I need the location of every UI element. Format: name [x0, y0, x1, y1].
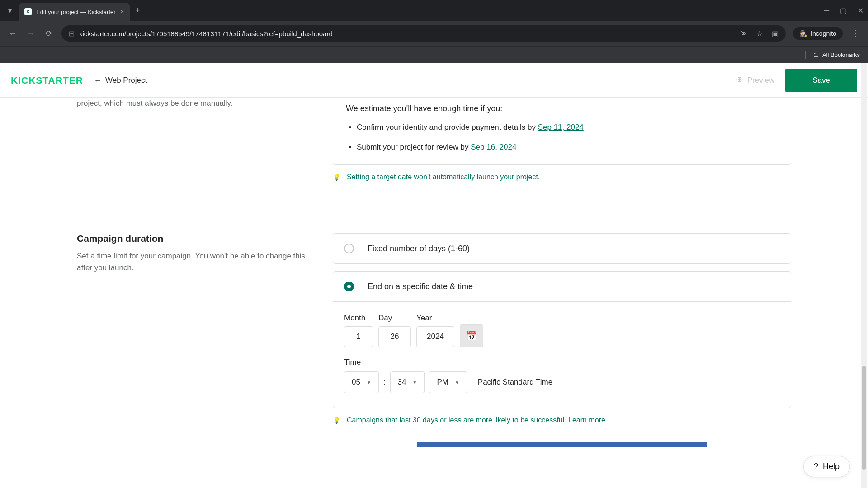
window-controls: ─ ▢ ✕: [824, 6, 863, 15]
estimate-text: Confirm your identity and provide paymen…: [357, 123, 538, 131]
option-specific-header[interactable]: End on a specific date & time: [333, 272, 791, 301]
hour-select[interactable]: 05 ▼: [344, 371, 379, 393]
incognito-icon: 🕵: [799, 30, 807, 37]
option-label: Fixed number of days (1-60): [368, 244, 470, 253]
tip-text: Campaigns that last 30 days or less are …: [347, 416, 568, 424]
divider: [805, 51, 806, 59]
favicon-icon: K: [24, 8, 32, 15]
minimize-icon[interactable]: ─: [824, 6, 829, 15]
project-name: Web Project: [105, 76, 147, 85]
bookmarks-bar: 🗀 All Bookmarks: [0, 46, 868, 63]
scrollbar-track[interactable]: [861, 63, 867, 488]
estimate-text: Submit your project for review by: [357, 143, 471, 151]
url-text: kickstarter.com/projects/1705188549/1748…: [79, 30, 333, 38]
lightbulb-icon: 💡: [333, 417, 340, 424]
tab-search-icon[interactable]: ▾: [5, 5, 15, 16]
save-button[interactable]: Save: [785, 69, 857, 92]
browser-tab-bar: ▾ K Edit your project — Kickstarter × + …: [0, 0, 868, 21]
estimate-title: We estimate you'll have enough time if y…: [346, 104, 778, 113]
forward-icon: →: [25, 29, 36, 38]
deadline-link[interactable]: Sep 11, 2024: [538, 123, 584, 131]
duration-description: Set a time limit for your campaign. You …: [77, 250, 307, 274]
learn-more-link[interactable]: Learn more...: [568, 416, 611, 424]
address-bar[interactable]: ⊟ kickstarter.com/projects/1705188549/17…: [61, 25, 786, 42]
calendar-button[interactable]: 📅: [460, 324, 483, 347]
scrollbar-thumb[interactable]: [862, 366, 866, 470]
time-colon: :: [383, 378, 386, 387]
chevron-down-icon: ▼: [412, 380, 417, 385]
site-info-icon[interactable]: ⊟: [69, 29, 75, 38]
close-tab-icon[interactable]: ×: [120, 8, 124, 16]
section-divider: [0, 206, 868, 206]
day-input[interactable]: [378, 326, 411, 347]
folder-icon: 🗀: [813, 52, 819, 58]
estimate-item: Confirm your identity and provide paymen…: [357, 122, 778, 133]
back-icon[interactable]: ←: [7, 29, 18, 38]
app-header: KICKSTARTER ← Web Project 👁 Preview Save: [0, 63, 868, 98]
option-fixed-days[interactable]: Fixed number of days (1-60): [333, 233, 791, 264]
page-content: project, which must always be done manua…: [0, 98, 868, 488]
estimate-item: Submit your project for review by Sep 16…: [357, 141, 778, 153]
incognito-label: Incognito: [811, 30, 836, 37]
back-to-project-link[interactable]: ← Web Project: [94, 76, 147, 85]
timezone-label: Pacific Standard Time: [478, 378, 552, 387]
all-bookmarks-label: All Bookmarks: [822, 52, 860, 58]
minute-select[interactable]: 34 ▼: [390, 371, 425, 393]
help-icon: ?: [814, 462, 818, 471]
year-input[interactable]: [416, 326, 454, 347]
help-button[interactable]: ? Help: [803, 456, 850, 477]
tip-text: Setting a target date won't automaticall…: [347, 173, 540, 181]
chevron-down-icon: ▼: [367, 380, 371, 385]
time-label: Time: [344, 358, 780, 367]
estimate-box: We estimate you'll have enough time if y…: [333, 98, 791, 165]
browser-tab[interactable]: K Edit your project — Kickstarter ×: [19, 3, 130, 21]
hour-value: 05: [352, 378, 360, 387]
chevron-down-icon: ▼: [455, 380, 459, 385]
launch-description-fragment: project, which must always be done manua…: [77, 98, 307, 109]
preview-link[interactable]: 👁 Preview: [736, 76, 774, 85]
progress-bar: [417, 442, 707, 447]
option-label: End on a specific date & time: [368, 282, 473, 291]
close-window-icon[interactable]: ✕: [858, 6, 863, 15]
calendar-icon: 📅: [466, 330, 477, 341]
duration-title: Campaign duration: [77, 233, 307, 244]
month-input[interactable]: [344, 326, 373, 347]
incognito-badge[interactable]: 🕵 Incognito: [793, 27, 843, 40]
new-tab-button[interactable]: +: [135, 6, 140, 15]
radio-icon[interactable]: [344, 244, 354, 253]
maximize-icon[interactable]: ▢: [840, 6, 847, 15]
preview-label: Preview: [747, 76, 774, 85]
year-label: Year: [416, 314, 454, 323]
reload-icon[interactable]: ⟳: [43, 28, 54, 38]
eye-icon: 👁: [736, 76, 744, 85]
address-bar-row: ← → ⟳ ⊟ kickstarter.com/projects/1705188…: [0, 21, 868, 46]
duration-tip: 💡 Campaigns that last 30 days or less ar…: [333, 416, 791, 424]
minute-value: 34: [398, 378, 406, 387]
arrow-left-icon: ←: [94, 76, 102, 85]
all-bookmarks-button[interactable]: 🗀 All Bookmarks: [813, 52, 860, 58]
option-specific-date: End on a specific date & time Month Day: [333, 271, 791, 408]
radio-icon[interactable]: [344, 282, 354, 291]
deadline-link[interactable]: Sep 16, 2024: [471, 143, 516, 151]
lightbulb-icon: 💡: [333, 174, 340, 181]
period-select[interactable]: PM ▼: [429, 371, 467, 393]
help-label: Help: [823, 462, 840, 471]
menu-icon[interactable]: ⋮: [850, 28, 861, 38]
day-label: Day: [378, 314, 411, 323]
panel-icon[interactable]: ▣: [772, 29, 778, 38]
eye-off-icon[interactable]: 👁: [740, 29, 747, 38]
month-label: Month: [344, 314, 373, 323]
period-value: PM: [437, 378, 448, 387]
kickstarter-logo[interactable]: KICKSTARTER: [11, 75, 83, 86]
bookmark-star-icon[interactable]: ☆: [756, 29, 763, 38]
tab-title: Edit your project — Kickstarter: [36, 9, 116, 15]
launch-tip: 💡 Setting a target date won't automatica…: [333, 173, 791, 181]
